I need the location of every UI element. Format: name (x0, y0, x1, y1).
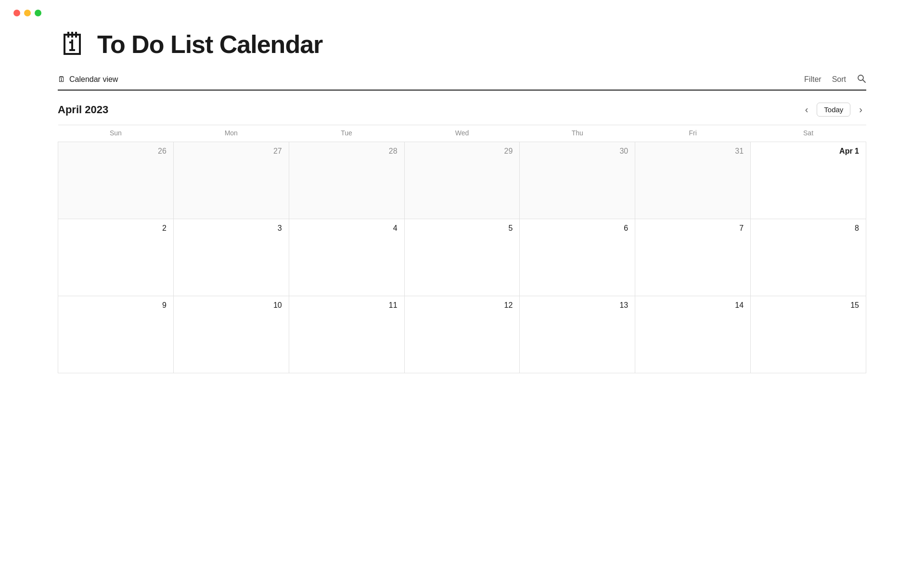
svg-point-0 (858, 75, 863, 80)
nav-controls: ‹ Today › (801, 102, 866, 117)
cell-date: 2 (58, 224, 167, 233)
cell-date: 4 (289, 224, 398, 233)
traffic-lights (13, 10, 41, 16)
cell-date: 26 (58, 147, 167, 156)
calendar-cell[interactable]: 9 (58, 296, 174, 373)
cell-date: 10 (174, 301, 282, 310)
calendar-cell[interactable]: 15 (751, 296, 866, 373)
toolbar-right: Filter Sort (804, 74, 866, 86)
cell-date: 5 (405, 224, 513, 233)
search-icon (857, 74, 866, 83)
page-content: 🗓 To Do List Calendar 🗓 Calendar view Fi… (0, 0, 924, 373)
week-row-2: 9101112131415 (58, 296, 866, 373)
calendar-cell[interactable]: 4 (289, 219, 404, 296)
calendar-cell[interactable]: 10 (173, 296, 289, 373)
calendar-cell[interactable]: 3 (173, 219, 289, 296)
traffic-light-minimize[interactable] (24, 10, 31, 16)
calendar-cell[interactable]: 7 (635, 219, 751, 296)
week-row-0: 262728293031Apr 1 (58, 142, 866, 219)
cell-date: 27 (174, 147, 282, 156)
filter-button[interactable]: Filter (804, 75, 821, 84)
page-title: To Do List Calendar (97, 30, 322, 59)
cell-date: 14 (635, 301, 744, 310)
day-header-wed: Wed (404, 125, 520, 142)
prev-month-button[interactable]: ‹ (801, 102, 812, 117)
page-header: 🗓 To Do List Calendar (58, 29, 866, 60)
calendar-grid: Sun Mon Tue Wed Thu Fri Sat 262728293031… (58, 125, 866, 373)
day-header-sun: Sun (58, 125, 174, 142)
day-header-tue: Tue (289, 125, 404, 142)
calendar-cell[interactable]: 13 (520, 296, 635, 373)
cell-date: 29 (405, 147, 513, 156)
calendar-cell[interactable]: 29 (404, 142, 520, 219)
calendar-cell[interactable]: 8 (751, 219, 866, 296)
cell-date: 7 (635, 224, 744, 233)
cell-date: 9 (58, 301, 167, 310)
calendar-cell[interactable]: 2 (58, 219, 174, 296)
cell-date: 31 (635, 147, 744, 156)
calendar-cell[interactable]: 6 (520, 219, 635, 296)
traffic-light-close[interactable] (13, 10, 20, 16)
calendar-cell[interactable]: 12 (404, 296, 520, 373)
calendar-cell[interactable]: 26 (58, 142, 174, 219)
calendar-cell[interactable]: 14 (635, 296, 751, 373)
day-header-sat: Sat (751, 125, 866, 142)
search-button[interactable] (857, 74, 866, 86)
calendar-cell[interactable]: 11 (289, 296, 404, 373)
today-button[interactable]: Today (817, 103, 850, 117)
cell-date: Apr 1 (751, 147, 859, 156)
calendar-view-label: Calendar view (69, 75, 118, 84)
day-header-fri: Fri (635, 125, 751, 142)
day-header-mon: Mon (173, 125, 289, 142)
calendar-cell[interactable]: 27 (173, 142, 289, 219)
page-icon: 🗓 (58, 29, 89, 60)
cell-date: 30 (520, 147, 628, 156)
cell-date: 6 (520, 224, 628, 233)
cell-date: 11 (289, 301, 398, 310)
svg-line-1 (863, 80, 865, 82)
calendar-nav: April 2023 ‹ Today › (58, 102, 866, 117)
cell-date: 3 (174, 224, 282, 233)
calendar-view-tab[interactable]: 🗓 Calendar view (58, 73, 118, 86)
calendar-cell[interactable]: 5 (404, 219, 520, 296)
next-month-button[interactable]: › (855, 102, 866, 117)
sort-button[interactable]: Sort (832, 75, 846, 84)
cell-date: 8 (751, 224, 859, 233)
cell-date: 12 (405, 301, 513, 310)
cell-date: 15 (751, 301, 859, 310)
calendar-cell[interactable]: 28 (289, 142, 404, 219)
cell-date: 28 (289, 147, 398, 156)
calendar-cell[interactable]: Apr 1 (751, 142, 866, 219)
traffic-light-maximize[interactable] (35, 10, 41, 16)
calendar-cell[interactable]: 31 (635, 142, 751, 219)
calendar-cell[interactable]: 30 (520, 142, 635, 219)
month-label: April 2023 (58, 104, 108, 116)
cell-date: 13 (520, 301, 628, 310)
calendar-view-icon: 🗓 (58, 75, 65, 84)
day-header-thu: Thu (520, 125, 635, 142)
toolbar: 🗓 Calendar view Filter Sort (58, 73, 866, 91)
day-headers-row: Sun Mon Tue Wed Thu Fri Sat (58, 125, 866, 142)
week-row-1: 2345678 (58, 219, 866, 296)
